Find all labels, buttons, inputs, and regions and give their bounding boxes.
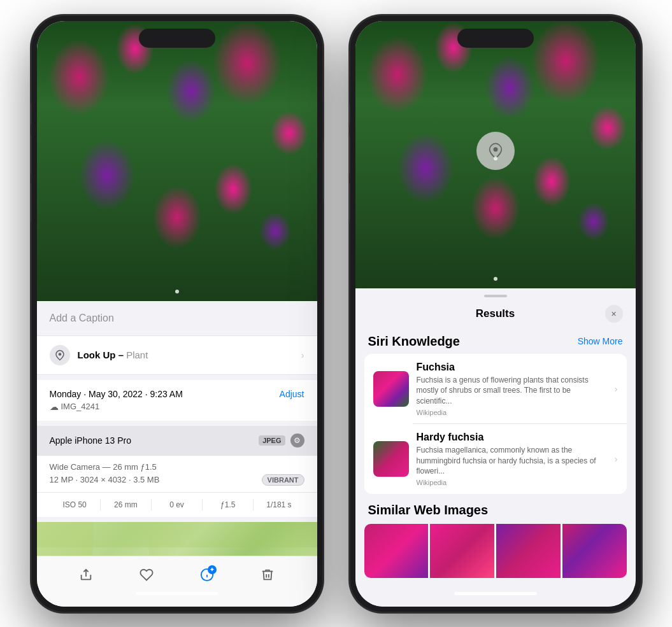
delete-button[interactable] [255, 564, 280, 589]
hardy-title: Hardy fuchsia [417, 432, 607, 443]
toolbar: ✦ [37, 556, 317, 607]
similar-image-2[interactable] [430, 524, 494, 578]
format-badge: JPEG [259, 435, 285, 446]
show-more-button[interactable]: Show More [578, 336, 623, 346]
phone-2-screen: Results × Siri Knowledge Show More [355, 21, 636, 607]
settings-icon[interactable]: ⚙ [290, 433, 304, 447]
phones-container: Add a Caption Look Up – Plant › [18, 2, 655, 626]
cloud-icon: ☁ [50, 402, 59, 412]
photo-display[interactable] [37, 21, 317, 301]
vibrant-badge: VIBRANT [262, 474, 304, 486]
hardy-description: Fuchsia magellanica, commonly known as t… [417, 445, 607, 477]
fuchsia-source: Wikipedia [417, 409, 607, 416]
power-button [323, 142, 324, 199]
hardy-thumbnail [373, 441, 409, 477]
home-indicator-2 [454, 592, 537, 595]
fuchsia-info: Fuchsia Fuchsia is a genus of flowering … [417, 362, 607, 416]
phone-2-content: Results × Siri Knowledge Show More [355, 21, 636, 607]
info-badge: ✦ [208, 565, 217, 574]
share-icon [79, 568, 93, 586]
exif-ev: 0 ev [152, 499, 203, 511]
device-name: Apple iPhone 13 Pro [50, 435, 131, 446]
adjust-button[interactable]: Adjust [280, 389, 304, 399]
resolution: 12 MP · 3024 × 4032 · 3.5 MB [50, 475, 160, 484]
knowledge-item-hardy[interactable]: Hardy fuchsia Fuchsia magellanica, commo… [364, 424, 627, 494]
similar-title: Similar Web Images [364, 503, 627, 524]
exif-shutter: 1/181 s [254, 499, 304, 511]
lookup-indicator-dot [494, 157, 497, 160]
notch-2 [457, 29, 534, 48]
like-button[interactable] [134, 564, 159, 589]
similar-image-3[interactable] [496, 524, 561, 578]
camera-type: Wide Camera — 26 mm ƒ1.5 [50, 462, 304, 472]
share-button[interactable] [73, 564, 99, 589]
hardy-info: Hardy fuchsia Fuchsia magellanica, commo… [417, 432, 607, 486]
meta-section: Monday · May 30, 2022 · 9:23 AM Adjust ☁… [37, 380, 317, 421]
heart-icon [139, 568, 154, 586]
flower-background [37, 21, 317, 301]
exif-iso: ISO 50 [50, 499, 101, 511]
volume-up-button [31, 136, 31, 174]
photo-display-2[interactable] [355, 21, 636, 288]
exif-aperture: ƒ1.5 [203, 499, 254, 511]
knowledge-item-fuchsia[interactable]: Fuchsia Fuchsia is a genus of flowering … [364, 354, 627, 424]
sheet-content[interactable]: Siri Knowledge Show More Fuchsia Fuchsia… [355, 329, 636, 607]
visual-lookup-button[interactable] [476, 132, 515, 170]
similar-image-4[interactable] [562, 524, 627, 578]
phone-1-screen: Add a Caption Look Up – Plant › [37, 21, 317, 607]
svg-point-4 [493, 147, 497, 151]
fuchsia-thumbnail [373, 371, 409, 407]
volume-down-button-2 [349, 183, 350, 222]
camera-specs: Wide Camera — 26 mm ƒ1.5 12 MP · 3024 × … [37, 456, 317, 493]
volume-down-button [31, 183, 31, 222]
close-button[interactable]: × [605, 305, 623, 323]
device-badges: JPEG ⚙ [259, 433, 304, 447]
lookup-text: Look Up – Plant [78, 349, 148, 360]
knowledge-card: Fuchsia Fuchsia is a genus of flowering … [364, 354, 627, 495]
mute-button-2 [349, 104, 350, 124]
home-indicator-1 [136, 592, 218, 595]
exif-row: ISO 50 26 mm 0 ev ƒ1.5 1/181 s [37, 493, 317, 517]
fuchsia-chevron-icon: › [615, 384, 618, 394]
device-row: Apple iPhone 13 Pro JPEG ⚙ [37, 426, 317, 456]
results-sheet: Results × Siri Knowledge Show More [355, 288, 636, 607]
device-section: Apple iPhone 13 Pro JPEG ⚙ Wide Camera —… [37, 426, 317, 517]
photo-indicator-dot [175, 290, 179, 293]
phone-1-content: Add a Caption Look Up – Plant › [37, 21, 317, 607]
power-button-2 [641, 142, 642, 199]
info-button[interactable]: ✦ [194, 564, 220, 589]
exif-focal-length: 26 mm [101, 499, 152, 511]
svg-point-0 [58, 353, 61, 356]
info-sparkle-icon: ✦ [200, 568, 214, 586]
photo-indicator-dot-2 [494, 277, 497, 281]
lookup-icon [50, 345, 70, 365]
caption-field[interactable]: Add a Caption [37, 301, 317, 336]
photo-date: Monday · May 30, 2022 · 9:23 AM [50, 389, 183, 399]
volume-up-button-2 [349, 136, 350, 174]
phone-2: Results × Siri Knowledge Show More [349, 15, 642, 613]
notch-1 [139, 29, 215, 48]
lookup-row[interactable]: Look Up – Plant › [37, 336, 317, 375]
similar-image-1[interactable] [364, 524, 429, 578]
lookup-chevron-icon: › [301, 350, 304, 360]
fuchsia-description: Fuchsia is a genus of flowering plants t… [417, 375, 607, 407]
photo-location: ☁ IMG_4241 [50, 402, 304, 412]
siri-knowledge-title: Siri Knowledge [368, 334, 460, 349]
siri-knowledge-header: Siri Knowledge Show More [364, 329, 627, 354]
hardy-chevron-icon: › [615, 454, 618, 464]
fuchsia-title: Fuchsia [417, 362, 607, 373]
similar-images-grid[interactable] [364, 524, 627, 578]
sheet-header: Results × [355, 297, 636, 329]
mute-button [31, 104, 31, 124]
results-title: Results [386, 307, 605, 320]
similar-section: Similar Web Images [364, 503, 627, 578]
trash-icon [261, 568, 275, 586]
phone-1: Add a Caption Look Up – Plant › [31, 15, 324, 613]
hardy-source: Wikipedia [417, 479, 607, 486]
